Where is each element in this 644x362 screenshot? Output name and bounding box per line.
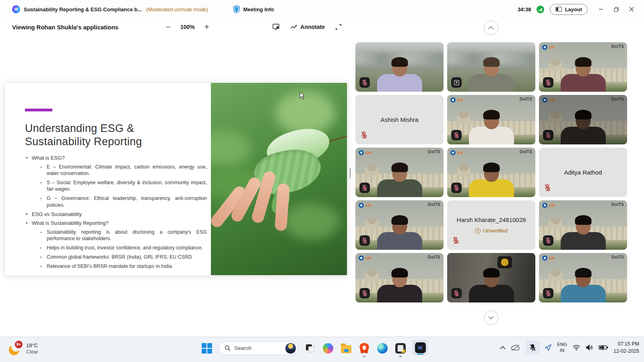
institute-logo-icon: 175 [542,255,555,261]
share-tools: Annotate [272,24,352,30]
participant-tile[interactable]: 175DoITS [355,253,444,302]
minimize-button[interactable] [593,3,609,16]
participant-tile[interactable] [355,42,444,92]
participant-tile[interactable]: Harsh Kharate_24810028?Unverified [447,200,535,250]
edge-browser-button[interactable] [376,342,389,355]
title-bar: W Sustainability Reporting & ESG Complia… [0,0,644,19]
slide-sub-bullet: S – Social: Employee welfare, diversity … [39,179,207,192]
participant-tile[interactable]: Ashish Mishra [355,95,444,144]
muted-mic-icon [544,184,551,193]
video-watermark: DoITS [611,202,624,207]
tray-mic-muted-icon[interactable] [526,341,539,354]
weather-condition: Clear [26,349,38,355]
muted-mic-icon [451,130,462,140]
notepad-app-button[interactable] [394,342,407,355]
taskbar-search[interactable]: Search [219,341,298,355]
onedrive-paused-icon[interactable] [511,344,520,351]
slide-photo-leaf-hand [211,83,347,275]
edge-icon [377,343,388,354]
muted-mic-icon [451,183,462,193]
location-arrow-icon[interactable] [545,344,552,351]
zoom-out-button[interactable]: − [166,23,171,31]
participant-video-silhouette [374,216,426,250]
slide-sub-bullet: Sustainability reporting is about disclo… [39,229,207,242]
video-watermark: DoITS [428,202,440,207]
unverified-badge: ?Unverified [475,228,508,234]
weather-temp: 18°C [26,342,38,349]
connection-quality-icon[interactable] [537,6,544,13]
participant-tile[interactable]: Aditya Rathod [539,148,627,197]
copilot-button[interactable] [322,342,334,355]
slide-sub-bullet: Common global frameworks: BRSR (India), … [39,254,207,260]
task-view-button[interactable] [303,342,316,355]
muted-mic-icon [359,288,370,298]
institute-logo-icon: 175 [359,150,371,155]
participant-tile[interactable]: 175DoITS [355,200,444,250]
window-controls [593,3,639,16]
participant-video-silhouette [465,58,518,92]
question-circle-icon: ? [475,228,481,234]
slide-bullet-list: What is ESG?E – Environmental: Climate i… [25,155,207,269]
zoom-in-button[interactable]: + [204,23,209,31]
sharing-screen-icon [451,77,462,88]
layout-button[interactable]: Layout [550,4,588,15]
participant-tile[interactable]: 175DoITS [355,148,444,197]
close-button[interactable] [624,3,639,16]
participant-tile[interactable] [447,42,535,92]
battery-icon[interactable] [599,345,608,350]
mouse-cursor [299,92,305,100]
participant-tile[interactable]: 175DoITS [539,95,627,144]
tray-overflow-chevron[interactable] [500,346,506,350]
institute-logo-icon: 175 [450,150,463,155]
start-button[interactable] [200,342,213,355]
slide-sub-bullet: G – Governance: Ethical leadership, tran… [39,195,207,208]
shield-icon [233,5,240,13]
expand-view-button[interactable] [335,24,342,30]
participant-video-panel: 175DoITS Ashish Mishra 175DoITS 175DoITS… [352,19,644,337]
participant-video-silhouette [557,216,609,250]
search-placeholder: Search [234,345,282,351]
participant-tile[interactable]: 175DoITS [447,95,535,144]
tray-clock[interactable]: 07:15 PM 12-02-2025 [613,340,639,355]
participant-video-silhouette [557,269,609,302]
webex-app-button[interactable]: W [412,340,428,355]
video-watermark: DoITS [428,255,440,259]
share-control-bar: Viewing Rohan Shukla's applications − 10… [0,19,352,35]
annotate-button[interactable]: Annotate [291,24,325,30]
video-watermark: DoITS [520,97,532,101]
participant-video-silhouette [465,269,518,302]
institute-logo-icon: 175 [450,97,463,103]
meeting-info-button[interactable]: Meeting Info [233,5,274,13]
participant-tile[interactable]: 175DoITS [539,200,627,250]
webex-app-icon: W [415,342,426,353]
muted-mic-icon [543,77,553,88]
institute-logo-icon: 175 [542,45,555,50]
zoom-level: 100% [180,24,195,30]
scroll-down-button[interactable] [484,311,498,325]
participant-video-silhouette [465,111,518,144]
moderated-mode-note: (Moderated unmute mode) [146,6,208,12]
participant-tile[interactable] [447,253,535,302]
weather-widget[interactable]: 9+ 18°C Clear [8,341,38,356]
slide-text-column: Understanding ESG & Sustainability Repor… [5,83,211,275]
participant-tile[interactable]: 175DoITS [447,148,535,197]
participant-tile[interactable]: 175DoITS [539,253,627,302]
restore-button[interactable] [609,3,624,16]
institute-logo-icon: 175 [542,203,555,208]
meeting-timer: 34:38 [518,6,531,12]
volume-icon[interactable] [586,344,593,351]
muted-mic-icon [543,235,553,246]
participant-tile[interactable]: 175DoITS [539,42,627,92]
participant-video-silhouette [374,163,426,197]
muted-mic-icon [543,130,553,140]
scroll-up-button[interactable] [484,21,498,35]
file-explorer-button[interactable] [340,342,353,355]
view-options-button[interactable] [272,24,280,30]
language-switcher[interactable]: ENG IN [557,341,567,354]
webex-logo-icon: W [12,5,20,13]
brave-browser-button[interactable] [358,342,371,355]
video-watermark: DoITS [611,255,624,259]
meeting-info-label: Meeting Info [243,6,274,12]
system-tray: ENG IN [500,340,639,355]
wifi-icon[interactable] [572,345,580,351]
